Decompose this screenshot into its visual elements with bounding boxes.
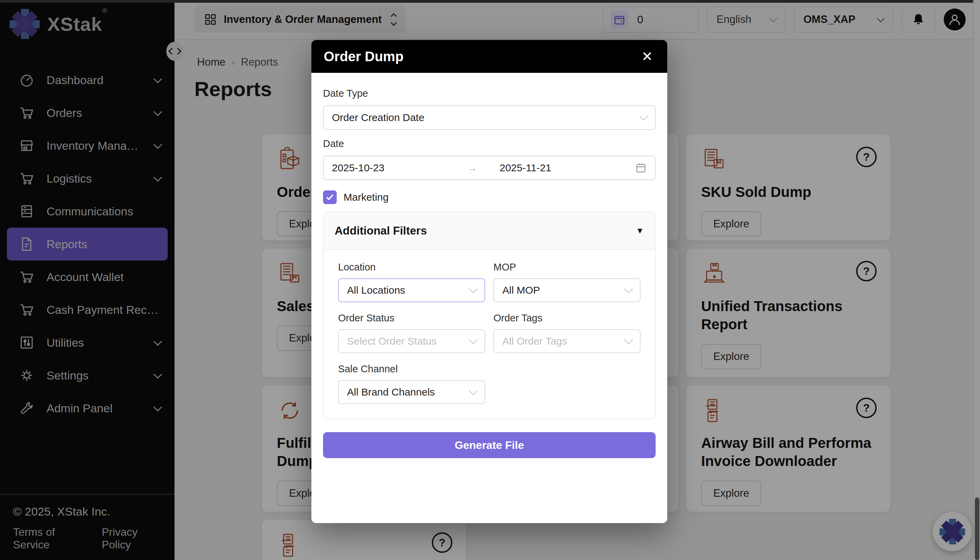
sale-channel-value: All Brand Channels: [347, 386, 435, 398]
modal-title: Order Dump: [324, 49, 403, 64]
order-status-placeholder: Select Order Status: [347, 335, 436, 347]
additional-filters-panel: Additional Filters ▼ Location All Locati…: [323, 212, 656, 419]
marketing-label: Marketing: [344, 192, 389, 203]
additional-filters-title: Additional Filters: [334, 224, 427, 237]
date-label: Date: [323, 138, 656, 149]
order-tags-select[interactable]: All Order Tags: [493, 329, 641, 353]
chevron-down-icon: [469, 335, 477, 344]
date-type-value: Order Creation Date: [332, 112, 424, 123]
modal-header: Order Dump ✕: [311, 40, 667, 73]
sale-channel-label: Sale Channel: [338, 363, 485, 375]
generate-file-button[interactable]: Generate File: [323, 432, 656, 458]
end-date-value[interactable]: 2025-11-21: [500, 162, 628, 174]
chevron-down-icon: [469, 386, 477, 395]
check-icon: [326, 193, 334, 202]
chevron-down-icon: [624, 335, 633, 344]
date-range-picker[interactable]: 2025-10-23 → 2025-11-21: [323, 155, 656, 180]
mop-label: MOP: [493, 262, 641, 273]
order-status-label: Order Status: [338, 312, 485, 324]
location-select[interactable]: All Locations: [338, 278, 485, 302]
calendar-icon: [635, 162, 647, 174]
order-status-select[interactable]: Select Order Status: [338, 329, 485, 353]
location-label: Location: [338, 262, 485, 273]
order-tags-label: Order Tags: [493, 312, 641, 324]
order-dump-modal: Order Dump ✕ Date Type Order Creation Da…: [311, 40, 667, 523]
additional-filters-header[interactable]: Additional Filters ▼: [324, 212, 655, 250]
chevron-down-icon: [624, 285, 633, 293]
chevron-down-icon: [639, 112, 648, 120]
order-tags-placeholder: All Order Tags: [502, 335, 567, 347]
date-type-label: Date Type: [323, 88, 656, 99]
mop-select[interactable]: All MOP: [493, 278, 641, 302]
close-icon[interactable]: ✕: [639, 49, 655, 63]
start-date-value[interactable]: 2025-10-23: [332, 162, 445, 174]
marketing-checkbox[interactable]: [323, 190, 337, 204]
date-type-select[interactable]: Order Creation Date: [323, 105, 656, 130]
marketing-checkbox-row[interactable]: Marketing: [323, 190, 656, 204]
location-value: All Locations: [347, 285, 405, 296]
caret-down-icon: ▼: [636, 226, 644, 235]
mop-value: All MOP: [502, 285, 540, 296]
range-arrow-icon: →: [452, 162, 493, 174]
sale-channel-select[interactable]: All Brand Channels: [338, 380, 485, 404]
chevron-down-icon: [469, 285, 477, 293]
app-root: XStak® Dashboard Orders Inventory Manage…: [0, 0, 980, 560]
